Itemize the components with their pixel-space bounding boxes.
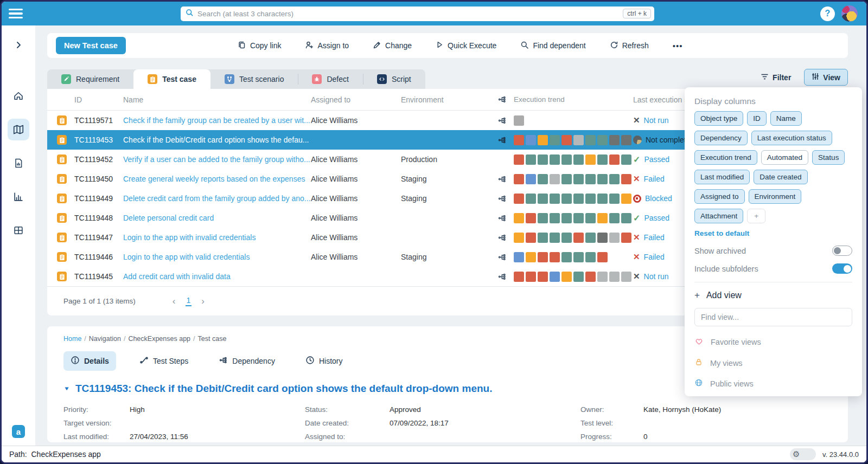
user-avatar[interactable] bbox=[841, 5, 858, 22]
header-dependency-icon[interactable] bbox=[490, 95, 514, 104]
cell-name-link[interactable]: Add credit card with invalid data bbox=[123, 272, 311, 281]
next-page-button[interactable]: › bbox=[201, 296, 205, 307]
column-chip-status[interactable]: Status bbox=[812, 150, 845, 165]
column-chip-name[interactable]: Name bbox=[770, 111, 802, 126]
settings-gear-button[interactable]: ⚙ bbox=[790, 448, 816, 460]
header-assigned-to[interactable]: Assigned to bbox=[311, 95, 401, 104]
trend-square bbox=[573, 174, 584, 184]
cell-name-link[interactable]: Login to the app with valid credentials bbox=[123, 253, 311, 261]
column-chip-attachment[interactable]: Attachment bbox=[694, 209, 743, 223]
views-item-label: Public views bbox=[710, 379, 754, 388]
view-button[interactable]: View bbox=[804, 69, 848, 86]
test-case-type-icon bbox=[57, 272, 67, 281]
add-column-chip[interactable]: + bbox=[747, 209, 765, 223]
test-case-type-icon bbox=[57, 213, 67, 223]
views-item-heart[interactable]: Favorite views bbox=[694, 337, 852, 347]
detail-tab-label: History bbox=[319, 357, 343, 365]
cell-name-link[interactable]: Verify if a user can be added to the fam… bbox=[123, 155, 311, 164]
trend-square bbox=[550, 174, 560, 184]
hamburger-menu-icon[interactable] bbox=[2, 9, 35, 19]
toolbar-action-find-dependent[interactable]: Find dependent bbox=[520, 41, 585, 51]
cell-name-link[interactable]: Login to the app with invalid credential… bbox=[123, 233, 311, 242]
tab-test-case[interactable]: Test case bbox=[133, 69, 210, 89]
help-button[interactable]: ? bbox=[820, 7, 835, 21]
column-chip-date-created[interactable]: Date created bbox=[754, 170, 807, 184]
column-chip-last-execution-status[interactable]: Last execution status bbox=[751, 131, 832, 145]
assign-to-icon bbox=[305, 41, 314, 51]
prev-page-button[interactable]: ‹ bbox=[173, 296, 176, 307]
status-label: Passed bbox=[644, 155, 669, 164]
trend-square bbox=[538, 233, 548, 243]
column-chip-automated[interactable]: Automated bbox=[761, 150, 808, 165]
toolbar-action-copy-link[interactable]: Copy link bbox=[238, 41, 282, 51]
header-id[interactable]: ID bbox=[71, 95, 123, 104]
sidebar-item-grid[interactable] bbox=[8, 220, 29, 241]
filter-button[interactable]: Filter bbox=[755, 70, 796, 85]
field-label: Target version: bbox=[63, 419, 130, 427]
detail-tab-label: Test Steps bbox=[153, 357, 188, 365]
column-chip-last-modified[interactable]: Last modified bbox=[694, 170, 750, 184]
header-environment[interactable]: Environment bbox=[401, 95, 490, 104]
cell-execution-trend bbox=[514, 252, 633, 262]
gear-icon: ⚙ bbox=[793, 449, 800, 459]
sidebar-item-chevron-right[interactable] bbox=[8, 34, 29, 56]
column-chip-environment[interactable]: Environment bbox=[749, 189, 802, 204]
views-item-lock[interactable]: My views bbox=[694, 358, 852, 368]
find-view-input[interactable] bbox=[694, 308, 852, 326]
tab-defect[interactable]: Defect bbox=[298, 69, 362, 89]
cell-name-link[interactable]: Check if the family group can be created… bbox=[123, 116, 311, 125]
trend-square bbox=[573, 213, 584, 223]
trend-square bbox=[621, 135, 631, 145]
toolbar-action-quick-execute[interactable]: Quick Execute bbox=[436, 41, 496, 50]
cell-dependency bbox=[490, 272, 514, 281]
collapse-chevron-icon[interactable]: ▼ bbox=[63, 385, 70, 391]
toolbar-action-change[interactable]: Change bbox=[373, 41, 412, 51]
toggle-show-archived[interactable] bbox=[832, 246, 852, 256]
views-item-globe[interactable]: Public views bbox=[694, 378, 852, 389]
page-number[interactable]: 1 bbox=[186, 296, 192, 306]
sidebar-item-bar-chart[interactable] bbox=[8, 186, 29, 208]
column-chip-execution-trend[interactable]: Execution trend bbox=[694, 150, 757, 165]
add-view-button[interactable]: + Add view bbox=[694, 290, 852, 301]
trend-square bbox=[514, 252, 524, 262]
sidebar-item-report[interactable] bbox=[8, 152, 29, 174]
column-chip-id[interactable]: ID bbox=[747, 111, 767, 126]
tab-label: Test case bbox=[162, 75, 196, 83]
header-name[interactable]: Name bbox=[123, 95, 311, 104]
sidebar-item-map[interactable] bbox=[8, 119, 29, 140]
cell-name-link[interactable]: Create general weekly reports based on t… bbox=[123, 175, 311, 183]
toolbar-action-assign-to[interactable]: Assign to bbox=[305, 41, 349, 51]
toggle-include-subfolders[interactable] bbox=[832, 263, 852, 274]
plus-icon: + bbox=[694, 290, 700, 301]
status-label: Failed bbox=[644, 253, 665, 261]
trend-square bbox=[585, 272, 596, 282]
detail-tab-test-steps[interactable]: Test Steps bbox=[132, 351, 195, 371]
left-sidebar: a bbox=[2, 25, 35, 446]
cell-id: TC1119447 bbox=[71, 233, 123, 242]
trend-square bbox=[538, 252, 548, 262]
cell-name-link[interactable]: Delete credit card from the family group… bbox=[123, 194, 311, 203]
toolbar-action-refresh[interactable]: Refresh bbox=[610, 41, 649, 51]
new-test-case-button[interactable]: New Test case bbox=[56, 37, 126, 54]
cell-name-link[interactable]: Delete personal credit card bbox=[123, 214, 311, 222]
more-actions-button[interactable]: ••• bbox=[673, 41, 683, 50]
sidebar-item-home[interactable] bbox=[8, 85, 29, 107]
reset-to-default-link[interactable]: Reset to default bbox=[694, 229, 749, 237]
column-chip-assigned-to[interactable]: Assigned to bbox=[694, 189, 745, 204]
tab-requirement[interactable]: Requirement bbox=[47, 69, 133, 89]
cell-id: TC1119449 bbox=[71, 194, 123, 203]
cell-dependency bbox=[490, 214, 514, 223]
cell-name-link[interactable]: Check if the Debit/Credit card option sh… bbox=[123, 136, 311, 144]
detail-tab-dependency[interactable]: Dependency bbox=[212, 351, 282, 371]
detail-tab-details[interactable]: Details bbox=[63, 351, 116, 371]
detail-tab-history[interactable]: History bbox=[298, 351, 350, 371]
column-chip-object-type[interactable]: Object type bbox=[694, 111, 743, 126]
search-input[interactable] bbox=[197, 10, 623, 18]
column-chip-dependency[interactable]: Dependency bbox=[694, 131, 748, 145]
cell-execution-trend bbox=[514, 194, 633, 204]
header-execution-trend[interactable]: Execution trend bbox=[514, 95, 633, 104]
tab-script[interactable]: Script bbox=[363, 69, 425, 89]
tab-test-scenario[interactable]: Test scenario bbox=[210, 69, 298, 89]
breadcrumb-home-link[interactable]: Home bbox=[63, 335, 81, 343]
path-value: CheckExpenses app bbox=[31, 450, 100, 459]
